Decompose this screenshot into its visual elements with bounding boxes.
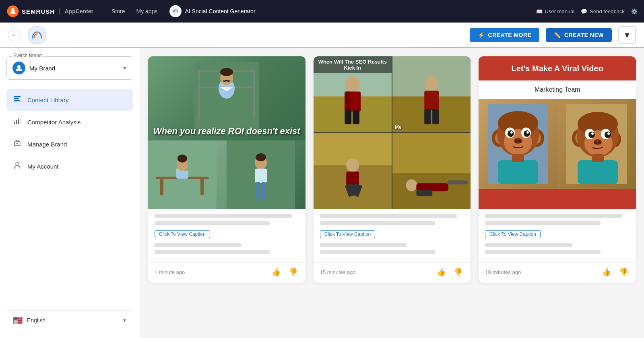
user-manual-link[interactable]: 📖 User manual xyxy=(536,8,575,14)
user-avatar-icon xyxy=(15,64,23,72)
filter-button[interactable]: ▼ xyxy=(618,26,636,44)
store-link[interactable]: Store xyxy=(107,5,130,18)
svg-rect-46 xyxy=(353,110,359,124)
svg-point-50 xyxy=(425,76,438,91)
svg-point-78 xyxy=(510,131,513,134)
meme1-container: When you realize ROI doesn't exist xyxy=(148,56,305,209)
back-button[interactable]: ← xyxy=(8,29,21,41)
meme3-red-top-bar: Let's Make A Viral Video xyxy=(479,56,636,80)
svg-rect-28 xyxy=(200,179,204,195)
svg-rect-83 xyxy=(498,160,538,184)
svg-rect-13 xyxy=(20,118,21,124)
meme3-left-monkey xyxy=(479,99,557,189)
meme2-me-label: Me xyxy=(395,124,402,130)
svg-rect-37 xyxy=(256,182,260,200)
card-2-image: When Will The SEO Results Kick In xyxy=(314,56,471,209)
competitor-analysis-icon xyxy=(13,117,22,127)
brand-avatar-icon xyxy=(12,62,25,74)
nav-item-content-library[interactable]: Content Library xyxy=(6,89,133,111)
svg-rect-103 xyxy=(592,154,604,162)
manage-brand-label: Manage Brand xyxy=(27,141,67,148)
text-line-3 xyxy=(155,243,241,247)
svg-rect-7 xyxy=(14,96,21,97)
nav-item-my-account[interactable]: My Account xyxy=(6,156,133,177)
svg-point-76 xyxy=(508,130,514,137)
brand-name-label: My Brand xyxy=(29,65,118,72)
meme1-bottom-panels xyxy=(148,140,305,209)
svg-point-100 xyxy=(594,141,597,144)
svg-rect-27 xyxy=(160,179,163,195)
caption-link-3[interactable]: Click To View Caption xyxy=(485,230,541,238)
text-line-2 xyxy=(155,221,270,225)
text-line-4 xyxy=(485,250,601,254)
pencil-icon: ✏️ xyxy=(554,32,561,38)
card-2-text-lines: Click To View Caption xyxy=(320,214,464,254)
svg-point-16 xyxy=(16,163,19,166)
svg-rect-38 xyxy=(261,182,266,200)
svg-point-35 xyxy=(256,153,266,161)
semrush-brand[interactable]: SEMRUSH | AppCenter xyxy=(6,5,100,18)
language-selector[interactable]: 🇺🇸 English ▼ xyxy=(6,310,133,330)
card-2-thumbs-up[interactable]: 👍 xyxy=(435,267,447,277)
svg-point-6 xyxy=(17,65,21,68)
meme1-bottom-left xyxy=(148,140,227,209)
send-feedback-label: Send feedback xyxy=(590,8,625,14)
svg-point-5 xyxy=(36,31,38,33)
card-1-thumbs-up[interactable]: 👍 xyxy=(270,267,282,277)
card-3-thumbs-up[interactable]: 👍 xyxy=(601,267,613,277)
language-chevron-icon: ▼ xyxy=(122,318,127,323)
meme1-bottom-left-svg xyxy=(148,140,217,209)
svg-point-24 xyxy=(220,68,233,76)
my-account-icon xyxy=(13,161,22,171)
svg-rect-10 xyxy=(14,122,15,124)
my-apps-link[interactable]: My apps xyxy=(132,5,163,18)
create-new-button[interactable]: ✏️ CREATE NEW xyxy=(546,28,612,42)
nav-item-manage-brand[interactable]: Manage Brand xyxy=(6,134,133,155)
svg-point-56 xyxy=(346,159,359,172)
gear-icon: ⚙️ xyxy=(631,8,638,14)
active-app[interactable]: AI Social Content Generator xyxy=(164,3,261,20)
card-3-body: Click To View Caption xyxy=(479,209,636,262)
svg-rect-51 xyxy=(424,91,439,110)
sidebar: Switch Brand My Brand ▼ Content Library xyxy=(0,48,140,338)
card-3-footer: 18 minutes ago 👍 👎 xyxy=(479,262,636,283)
nav-item-competitor-analysis[interactable]: Competitor Analysis xyxy=(6,111,133,133)
caption-link-2[interactable]: Click To View Caption xyxy=(320,230,376,238)
caption-link-1[interactable]: Click To View Caption xyxy=(155,230,210,238)
card-2-body: Click To View Caption xyxy=(314,209,471,262)
user-manual-label: User manual xyxy=(545,8,575,14)
sub-navigation: ← ⚡ CREATE MORE ✏️ CREATE NEW ▼ xyxy=(0,23,644,48)
card-1-thumbs-down[interactable]: 👎 xyxy=(287,267,299,277)
svg-rect-44 xyxy=(345,92,351,112)
svg-rect-102 xyxy=(578,160,618,184)
svg-point-31 xyxy=(178,155,187,163)
settings-button[interactable]: ⚙️ xyxy=(631,8,638,14)
semrush-logo-icon xyxy=(6,5,19,18)
svg-rect-36 xyxy=(255,169,267,183)
meme3-monkey-right-svg xyxy=(566,104,627,184)
svg-point-62 xyxy=(406,179,417,191)
sidebar-divider xyxy=(6,182,133,182)
svg-rect-19 xyxy=(253,70,255,119)
svg-rect-18 xyxy=(198,70,200,119)
card-2-thumbs-down[interactable]: 👎 xyxy=(452,267,464,277)
svg-point-98 xyxy=(607,132,610,135)
meme3-title-text: Let's Make A Viral Video xyxy=(507,64,608,73)
svg-point-4 xyxy=(28,26,46,44)
svg-rect-64 xyxy=(448,180,468,184)
svg-rect-15 xyxy=(17,143,18,144)
create-more-button[interactable]: ⚡ CREATE MORE xyxy=(470,28,539,42)
chat-icon: 💬 xyxy=(581,8,587,14)
card-2-actions: 👍 👎 xyxy=(435,267,464,277)
brand-switcher[interactable]: Switch Brand My Brand ▼ xyxy=(6,56,133,80)
meme3-container: Let's Make A Viral Video Marketing Team xyxy=(479,56,636,209)
send-feedback-link[interactable]: 💬 Send feedback xyxy=(581,8,625,14)
svg-rect-9 xyxy=(14,100,20,101)
card-3-thumbs-down[interactable]: 👎 xyxy=(617,267,630,277)
svg-rect-11 xyxy=(16,120,17,124)
text-line-1 xyxy=(155,214,292,218)
svg-rect-84 xyxy=(512,154,524,162)
text-line-1 xyxy=(485,214,622,218)
card-3-actions: 👍 👎 xyxy=(601,267,630,277)
svg-point-81 xyxy=(514,140,518,143)
